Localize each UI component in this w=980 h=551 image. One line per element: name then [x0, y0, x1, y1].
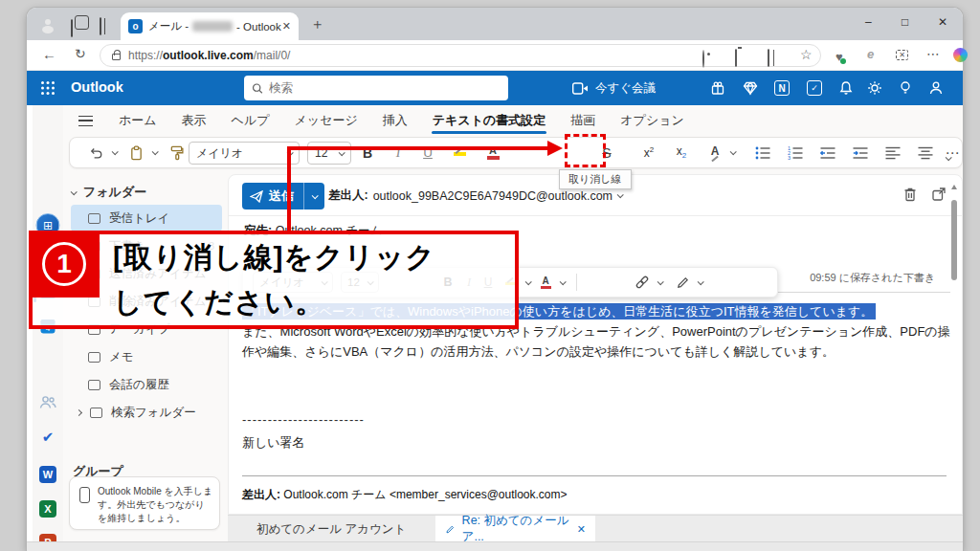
notifications-bell-icon[interactable]	[838, 80, 854, 99]
send-to-device-icon[interactable]	[735, 50, 737, 67]
mini-font-color-dropdown-icon[interactable]	[557, 268, 567, 297]
mini-font-color-icon[interactable]: A	[536, 268, 555, 297]
from-line[interactable]: 差出人: outlook_99BA2C9E6A7949DC@outlook.co…	[328, 187, 622, 204]
mini-pen-icon[interactable]	[672, 268, 693, 297]
onenote-icon[interactable]: N	[774, 80, 790, 96]
ribbon-tab[interactable]: オプション	[608, 105, 697, 136]
hamburger-menu-icon[interactable]	[78, 116, 93, 126]
ribbon-tab[interactable]: ヘルプ	[219, 105, 282, 136]
folder-expand-icon[interactable]	[76, 408, 82, 415]
italic-icon[interactable]: I	[388, 138, 409, 167]
ribbon-tab[interactable]: 描画	[558, 105, 608, 136]
outlook-mobile-promo[interactable]: Outlook Mobile を入手します。外出先でもつながりを維持しましょう。	[69, 476, 220, 530]
mini-link-dropdown-icon[interactable]	[655, 268, 664, 297]
excel-icon[interactable]: X	[39, 500, 56, 518]
scrollbar-thumb[interactable]	[951, 200, 957, 280]
paste-clipboard-icon[interactable]	[125, 138, 146, 167]
font-name-select[interactable]: メイリオ	[189, 142, 300, 165]
reload-icon[interactable]: ↻	[75, 46, 86, 61]
from-dropdown-icon[interactable]	[617, 191, 624, 198]
mini-pen-dropdown-icon[interactable]	[695, 268, 704, 297]
mini-link-icon[interactable]	[632, 268, 653, 297]
ribbon-tab[interactable]: メッセージ	[282, 105, 370, 136]
url-field[interactable]: https://outlook.live.com/mail/0/	[100, 44, 821, 67]
underline-icon[interactable]: U	[417, 138, 438, 167]
toolbar-more-icon[interactable]: ⋯	[941, 138, 964, 167]
font-size-select[interactable]: 12	[307, 142, 351, 165]
browser-essentials-icon[interactable]: ♥	[835, 48, 843, 65]
paste-dropdown-icon[interactable]	[148, 138, 160, 167]
eye-icon[interactable]	[702, 51, 704, 68]
collapse-toolbar-icon[interactable]	[946, 147, 950, 165]
ribbon-tab[interactable]: テキストの書式設定	[420, 105, 559, 136]
copilot-icon[interactable]	[953, 48, 968, 62]
tab-groups-icon[interactable]	[71, 20, 73, 37]
vertical-tabs-icon[interactable]	[100, 18, 101, 35]
font-color-icon[interactable]: A	[481, 138, 504, 167]
folder-item[interactable]: 受信トレイ	[71, 205, 222, 231]
clear-formatting-icon[interactable]: A	[703, 138, 726, 167]
numbered-list-icon[interactable]: 123	[784, 138, 807, 167]
message-tab-close-icon[interactable]: ✕	[577, 523, 586, 536]
body-paragraph: また、Microsoft WordやExcelの効率的な使い方やトラブルシューテ…	[242, 324, 950, 359]
superscript-icon[interactable]: x2	[636, 138, 661, 167]
minimize-button[interactable]: –	[865, 15, 872, 29]
todo-tasks-icon[interactable]: ✓	[807, 80, 822, 96]
bold-icon[interactable]: B	[357, 138, 378, 167]
message-tab-inactive[interactable]: 初めてのメール アカウント	[256, 516, 406, 542]
folder-item[interactable]: 会話の履歴	[71, 371, 222, 398]
undo-dropdown-icon[interactable]	[108, 138, 120, 167]
send-button[interactable]: 送信	[242, 183, 324, 209]
meet-now-camera-icon[interactable]	[572, 81, 589, 99]
tips-lightbulb-icon[interactable]	[898, 80, 913, 99]
browser-tab[interactable]: o メール - - Outlook ✕	[121, 12, 299, 40]
maximize-button[interactable]: □	[902, 15, 908, 29]
new-tab-button[interactable]: ＋	[310, 15, 324, 33]
todo-check-icon[interactable]: ✔	[42, 429, 55, 446]
gift-icon[interactable]	[710, 80, 725, 99]
ribbon-tab[interactable]: ホーム	[106, 105, 169, 136]
highlight-icon[interactable]	[448, 138, 471, 167]
message-tab-active[interactable]: Re: 初めてのメール ア... ✕	[435, 516, 595, 542]
bullet-list-icon[interactable]	[751, 138, 774, 167]
split-screen-icon[interactable]	[768, 50, 769, 67]
svg-text:3: 3	[788, 155, 791, 160]
search-box[interactable]	[244, 76, 508, 100]
window-close-button[interactable]: ✕	[938, 15, 947, 29]
account-person-icon[interactable]	[928, 80, 944, 99]
folder-item[interactable]: メモ	[71, 343, 222, 370]
subscript-icon[interactable]: x2	[669, 138, 694, 167]
search-input[interactable]	[269, 81, 501, 95]
scrollbar-up-icon[interactable]	[951, 185, 957, 189]
ribbon-tab[interactable]: 表示	[169, 105, 219, 136]
mini-highlight-dropdown-icon[interactable]	[523, 268, 532, 297]
folder-item[interactable]: 検索フォルダー	[71, 399, 222, 426]
premium-gem-icon[interactable]	[743, 80, 758, 99]
folders-header[interactable]: フォルダー	[71, 184, 146, 201]
extension-icon[interactable]: e	[867, 47, 874, 61]
people-icon[interactable]	[39, 395, 56, 409]
discard-trash-icon[interactable]	[902, 187, 918, 206]
increase-indent-icon[interactable]	[849, 138, 872, 167]
open-in-new-window-icon[interactable]	[931, 187, 947, 206]
ribbon-tab[interactable]: 挿入	[370, 105, 420, 136]
folders-collapse-icon[interactable]	[71, 188, 78, 195]
favorites-star-icon[interactable]: ☆	[800, 47, 813, 62]
decrease-indent-icon[interactable]	[816, 138, 839, 167]
align-left-icon[interactable]	[881, 138, 904, 167]
search-icon	[252, 82, 263, 95]
browser-more-icon[interactable]: ⋯	[926, 46, 940, 61]
settings-gear-icon[interactable]	[867, 80, 882, 99]
send-options-dropdown-icon[interactable]	[303, 183, 324, 209]
tab-close-icon[interactable]: ✕	[282, 20, 291, 33]
screenshot-icon[interactable]: ✕	[896, 50, 908, 60]
align-center-icon[interactable]	[914, 138, 937, 167]
format-painter-icon[interactable]	[166, 138, 187, 167]
undo-icon[interactable]	[85, 138, 106, 167]
clear-formatting-dropdown-icon[interactable]	[726, 138, 738, 167]
word-icon[interactable]: W	[39, 466, 56, 483]
compose-scrollbar[interactable]	[950, 183, 958, 498]
app-launcher-waffle-icon[interactable]	[40, 80, 56, 99]
meet-now-label[interactable]: 今すぐ会議	[595, 80, 656, 97]
back-icon[interactable]: ←	[42, 46, 56, 62]
